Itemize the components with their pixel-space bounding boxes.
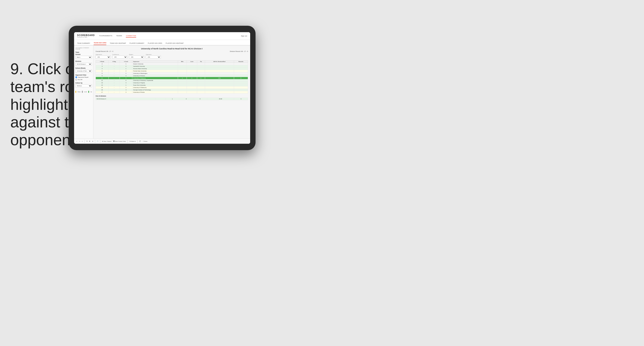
cell-rounds: 8: [234, 77, 248, 79]
table-row[interactable]: 4-1Arizona State University: [96, 67, 248, 70]
save-custom-btn[interactable]: 💾 Save Custom View: [113, 140, 126, 142]
division-record: Division Record: 88 - 17 - 0: [230, 51, 248, 52]
out-of-division-row[interactable]: NCAA Division II 1 0 0 26.00 3: [96, 98, 248, 100]
radio-top-100[interactable]: Top 100: [75, 79, 92, 80]
table-row[interactable]: 8-2University of Washington: [96, 72, 248, 75]
table-row[interactable]: 13-3University of Virginia: [96, 82, 248, 84]
copy-btn[interactable]: ⧉: [86, 140, 88, 142]
cell-diff: [205, 89, 234, 91]
ood-win: 1: [165, 98, 179, 100]
filters-row: Opponents: (All) Conference (All) Region: [96, 54, 248, 58]
level-dot: [82, 91, 83, 93]
tab-team-h2h-grid[interactable]: TEAM H2H GRID: [94, 42, 106, 45]
nav-tournaments[interactable]: TOURNAMENTS: [99, 34, 112, 37]
table-row[interactable]: 9-3University of Arizona: [96, 75, 248, 77]
colour-by-select[interactable]: Win/loss: [75, 84, 92, 87]
table-row[interactable]: 12-6University of Arkansas, Fayetteville: [96, 79, 248, 82]
clock-btn[interactable]: 🕐: [97, 140, 98, 142]
table-row[interactable]: 15-2University of Oklahoma: [96, 86, 248, 89]
back-btn[interactable]: ↩: [82, 140, 83, 142]
last-updated: Last Updated: 27/03/2024 16:55:38: [75, 47, 92, 50]
share-btn[interactable]: ↗ Share: [142, 140, 148, 142]
cell-rank: 17: [96, 91, 109, 93]
cell-diff: [205, 63, 234, 65]
cell-rounds: [234, 79, 248, 82]
table-row[interactable]: 3-2Vanderbilt University: [96, 65, 248, 67]
table-row[interactable]: 11-5University of Alabama3002.618: [96, 77, 248, 79]
cell-diff: [205, 84, 234, 86]
redo-btn[interactable]: ↪: [79, 140, 80, 142]
table-row[interactable]: 2-1Auburn University: [96, 63, 248, 65]
table-row[interactable]: 6-2Florida State University: [96, 70, 248, 72]
cell-diff: [205, 79, 234, 82]
opponents-select[interactable]: (All): [96, 55, 110, 58]
region-select[interactable]: (All): [129, 55, 144, 58]
cell-diff: [205, 86, 234, 89]
toolbar-divider-1: [84, 140, 85, 143]
cell-rank: 12: [96, 79, 109, 82]
grid-title: University of North Carolina Head-to-Hea…: [96, 48, 248, 50]
tab-team-summary[interactable]: TEAM SUMMARY: [77, 42, 90, 45]
cell-loss: [187, 84, 197, 86]
cell-rounds: [234, 72, 248, 75]
cell-tie: [197, 82, 205, 84]
cell-loss: [187, 89, 197, 91]
school-select[interactable]: University of Nort...: [75, 69, 92, 72]
table-row[interactable]: 17-3University of Florida: [96, 91, 248, 93]
colour-legend: Down Level Up: [75, 91, 92, 93]
cell-rank: 9: [96, 75, 109, 77]
opponent-select[interactable]: (All): [146, 55, 161, 58]
settings-btn[interactable]: ⚙: [92, 140, 93, 142]
cell-conf: 3: [120, 75, 132, 77]
tab-player-h2h-grid[interactable]: PLAYER H2H GRID: [148, 42, 162, 45]
nav-teams[interactable]: TEAMS: [116, 34, 122, 37]
table-row[interactable]: 14-1Texas Tech University: [96, 84, 248, 86]
comment-btn[interactable]: 💬: [139, 140, 141, 142]
cell-win: [178, 86, 187, 89]
cell-tie: [197, 79, 205, 82]
table-body: 2-1Auburn University3-2Vanderbilt Univer…: [96, 63, 248, 93]
cell-rounds: [234, 84, 248, 86]
cell-tie: [197, 65, 205, 67]
tab-player-summary[interactable]: PLAYER SUMMARY: [130, 42, 144, 45]
watch-btn[interactable]: 👁 Watch ▾: [130, 140, 136, 142]
logo-subtitle: Powered by clippi: [77, 36, 95, 38]
cell-rank: 6: [96, 70, 109, 72]
tab-team-h2h-heatmap[interactable]: TEAM H2H HEATMAP: [110, 42, 126, 45]
view-original-btn[interactable]: ⊞ View: Original: [102, 140, 112, 142]
cell-rank: 16: [96, 89, 109, 91]
cell-opponent: University of Arkansas, Fayetteville: [132, 79, 178, 82]
gender-select[interactable]: Men's: [75, 56, 92, 59]
division-select[interactable]: NCAA Division I: [75, 63, 92, 66]
cell-loss: [187, 75, 197, 77]
nav-committee[interactable]: COMMITTEE: [126, 34, 136, 37]
cell-loss: [187, 72, 197, 75]
radio-opponents-played[interactable]: Opponents Played: [75, 76, 92, 78]
cell-tie: 0: [197, 77, 205, 79]
conference-select[interactable]: (All): [112, 55, 127, 58]
undo-btn[interactable]: ↩: [76, 140, 77, 142]
cell-diff: [205, 67, 234, 70]
colour-by-label: Colour by: [75, 82, 92, 84]
cell-reg: -: [108, 77, 120, 79]
cell-diff: [205, 75, 234, 77]
up-label: Up: [90, 91, 92, 92]
nav-items: TOURNAMENTS TEAMS COMMITTEE: [99, 34, 241, 37]
link-btn[interactable]: ⛓: [89, 141, 90, 142]
cell-opponent: Arizona State University: [132, 67, 178, 70]
tab-player-h2h-heatmap[interactable]: PLAYER H2H HEATMAP: [166, 42, 184, 45]
opponents-filter: Opponents: (All): [96, 54, 110, 58]
cell-opponent: University of Oklahoma: [132, 86, 178, 89]
opponent-filter-label: Opponent: [146, 54, 161, 55]
table-row[interactable]: 16-4Georgia Institute of Technology: [96, 89, 248, 91]
cell-win: [178, 63, 187, 65]
cell-tie: [197, 75, 205, 77]
sign-out-button[interactable]: Sign out: [241, 35, 247, 37]
cell-opponent: University of Florida: [132, 91, 178, 93]
cell-conf: 4: [120, 89, 132, 91]
cell-win: [178, 75, 187, 77]
col-opponent: Opponent: [132, 60, 178, 63]
cell-diff: [205, 82, 234, 84]
conference-filter-label: Conference: [112, 54, 127, 55]
toolbar-divider-4: [128, 140, 128, 143]
